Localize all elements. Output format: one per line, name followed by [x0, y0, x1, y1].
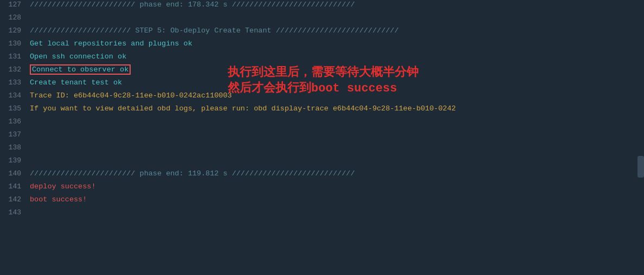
line-number: 138 — [0, 143, 30, 152]
terminal-line: 138 — [0, 143, 644, 156]
line-number: 142 — [0, 195, 30, 204]
annotation-overlay: 执行到这里后，需要等待大概半分钟 然后才会执行到boot success — [228, 64, 418, 97]
annotation-line2: 然后才会执行到boot success — [228, 81, 418, 97]
line-number: 127 — [0, 1, 30, 9]
line-content-log: If you want to view detailed obd logs, p… — [30, 104, 644, 113]
sep-right: //////////////////////////// — [276, 27, 399, 35]
line-content-step: /////////////////////// STEP 5: Ob-deplo… — [30, 27, 644, 35]
terminal-line: 129 /////////////////////// STEP 5: Ob-d… — [0, 26, 644, 39]
line-content-boot-success: boot success! — [30, 195, 644, 204]
terminal-line: 131 Open ssh connection ok — [0, 52, 644, 65]
line-number: 128 — [0, 14, 30, 22]
line-number: 131 — [0, 53, 30, 61]
terminal-window: 127 //////////////////////// phase end: … — [0, 0, 644, 275]
terminal-line: 143 — [0, 208, 644, 221]
terminal-line: 128 — [0, 13, 644, 26]
sep-left: /////////////////////// — [30, 27, 131, 35]
step-title: STEP 5: Ob-deploy Create Tenant — [135, 27, 275, 35]
terminal-line: 140 //////////////////////// phase end: … — [0, 169, 644, 182]
line-number: 135 — [0, 104, 30, 113]
terminal-line: 137 — [0, 130, 644, 143]
line-content: Open ssh connection ok — [30, 53, 644, 61]
line-number: 134 — [0, 91, 30, 100]
line-content-phase: //////////////////////// phase end: 119.… — [30, 169, 644, 178]
line-number: 140 — [0, 169, 30, 178]
highlight-box: Connect to observer ok — [30, 64, 131, 75]
terminal-line: 136 — [0, 117, 644, 130]
line-number: 137 — [0, 130, 30, 139]
line-number: 132 — [0, 66, 30, 74]
line-number: 133 — [0, 78, 30, 87]
line-number: 136 — [0, 117, 30, 126]
terminal-line: 135 If you want to view detailed obd log… — [0, 104, 644, 117]
line-content: //////////////////////// phase end: 178.… — [30, 1, 644, 9]
terminal-line: 141 deploy success! — [0, 182, 644, 195]
line-number: 141 — [0, 182, 30, 191]
line-number: 129 — [0, 27, 30, 35]
terminal-line: 130 Get local repositories and plugins o… — [0, 39, 644, 52]
line-number: 143 — [0, 208, 30, 217]
annotation-line1: 执行到这里后，需要等待大概半分钟 — [228, 64, 418, 81]
line-content: Get local repositories and plugins ok — [30, 40, 644, 48]
line-number: 139 — [0, 156, 30, 165]
scrollbar-thumb[interactable] — [637, 156, 644, 178]
terminal-line: 139 — [0, 156, 644, 169]
terminal-line: 127 //////////////////////// phase end: … — [0, 0, 644, 13]
line-content-deploy-success: deploy success! — [30, 182, 644, 191]
terminal-line: 142 boot success! — [0, 195, 644, 208]
line-number: 130 — [0, 40, 30, 48]
